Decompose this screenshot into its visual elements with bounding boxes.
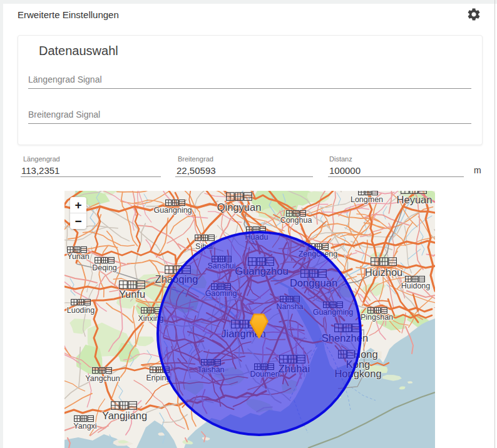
svg-text:Huidong: Huidong [401,282,431,290]
svg-text:Conghua: Conghua [280,216,312,225]
svg-text:Pingshan: Pingshan [361,313,393,322]
svg-text:Yangchun: Yangchun [85,374,120,383]
svg-text:Yangxi: Yangxi [73,422,96,430]
svg-text:Longmen: Longmen [351,195,383,204]
svg-text:Luoding: Luoding [67,306,95,315]
svg-text:Yunan: Yunan [67,252,90,261]
svg-text:Heyuan: Heyuan [397,194,433,205]
svg-text:Yunfu: Yunfu [119,288,145,300]
svg-text:Guangning: Guangning [153,206,192,215]
svg-text:Qingyuan: Qingyuan [217,201,262,213]
svg-text:Deqing: Deqing [92,263,117,272]
svg-text:Yangjiang: Yangjiang [102,410,147,421]
svg-text:Huizhou: Huizhou [365,267,403,278]
